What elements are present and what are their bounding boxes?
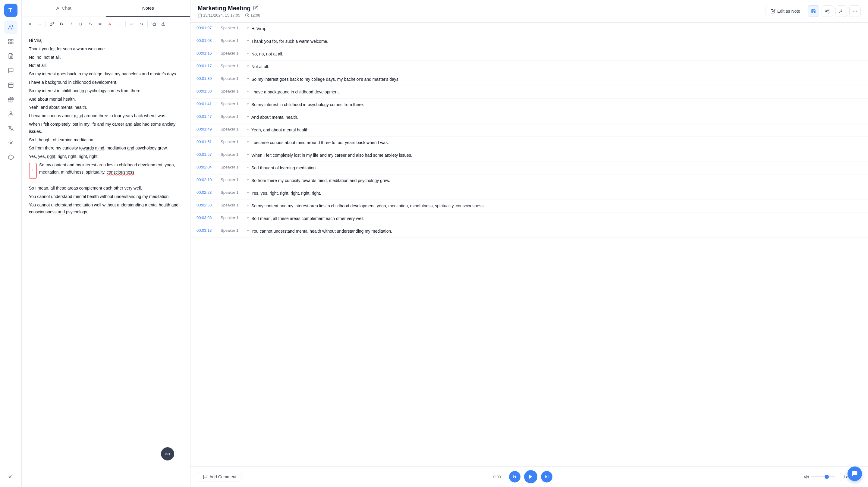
transcript-time[interactable]: 00:01:49 bbox=[196, 127, 218, 131]
transcript-row: 00:01:41 Speaker 1 ▾ So my interest in c… bbox=[190, 98, 868, 111]
skip-forward-button[interactable] bbox=[541, 471, 553, 483]
transcript-speaker: Speaker 1 bbox=[221, 76, 245, 81]
sidebar: T bbox=[0, 0, 22, 487]
toolbar-copy[interactable] bbox=[149, 19, 158, 28]
volume-slider[interactable] bbox=[811, 476, 835, 477]
toolbar-italic[interactable]: I bbox=[67, 19, 76, 28]
svg-rect-3 bbox=[11, 39, 13, 41]
tab-ai-chat[interactable]: AI Chat bbox=[22, 0, 106, 17]
transcript-time[interactable]: 00:01:38 bbox=[196, 89, 218, 93]
toolbar-align-dropdown[interactable]: ⌄ bbox=[35, 19, 44, 28]
transcript-chevron[interactable]: ▾ bbox=[247, 140, 249, 144]
toolbar-align[interactable]: ≡ bbox=[25, 19, 34, 28]
svg-rect-2 bbox=[8, 39, 10, 41]
tab-notes[interactable]: Notes bbox=[106, 0, 190, 17]
transcript-time[interactable]: 00:02:23 bbox=[196, 190, 218, 195]
tab-bar: AI Chat Notes bbox=[22, 0, 190, 17]
toolbar-link[interactable] bbox=[47, 19, 56, 28]
sidebar-item-person[interactable] bbox=[4, 107, 18, 121]
edit-as-note-button[interactable]: Edit as Note bbox=[766, 6, 805, 16]
sidebar-item-diamond[interactable] bbox=[4, 151, 18, 164]
save-button[interactable] bbox=[808, 5, 819, 17]
header-actions: Edit as Note bbox=[766, 5, 861, 17]
transcript-chevron[interactable]: ▾ bbox=[247, 39, 249, 43]
toolbar-font-color[interactable]: A bbox=[105, 19, 114, 28]
download-button[interactable] bbox=[835, 5, 847, 17]
sidebar-collapse-btn[interactable] bbox=[4, 470, 18, 483]
transcript-chevron[interactable]: ▾ bbox=[247, 77, 249, 81]
transcript-time[interactable]: 00:01:30 bbox=[196, 76, 218, 81]
app-logo[interactable]: T bbox=[4, 4, 18, 17]
more-options-button[interactable] bbox=[849, 5, 861, 17]
sidebar-item-document[interactable] bbox=[4, 50, 18, 63]
sidebar-item-tool[interactable] bbox=[4, 136, 18, 150]
svg-marker-16 bbox=[8, 155, 13, 160]
editor-line-12: So I thought of learning meditation. bbox=[29, 136, 183, 144]
sidebar-item-grid[interactable] bbox=[4, 35, 18, 48]
toolbar-code[interactable]: <> bbox=[96, 19, 104, 28]
transcript-chevron[interactable]: ▾ bbox=[247, 52, 249, 56]
skip-back-button[interactable] bbox=[509, 471, 521, 483]
transcript-list: 00:01:07 Speaker 1 ▾ Hi Viraj. 00:01:08 … bbox=[190, 23, 868, 466]
transcript-time[interactable]: 00:01:16 bbox=[196, 51, 218, 56]
transcript-text: When I felt completely lost in my life a… bbox=[251, 152, 862, 158]
editor-area[interactable]: Hi Viraj. Thank you for, for such a warm… bbox=[22, 31, 190, 487]
transcript-speaker: Speaker 1 bbox=[221, 178, 245, 182]
transcript-chevron[interactable]: ▾ bbox=[247, 216, 249, 220]
transcript-chevron[interactable]: ▾ bbox=[247, 64, 249, 68]
transcript-chevron[interactable]: ▾ bbox=[247, 26, 249, 30]
transcript-time[interactable]: 00:01:08 bbox=[196, 38, 218, 43]
transcript-chevron[interactable]: ▾ bbox=[247, 102, 249, 106]
toolbar-underline[interactable]: U bbox=[76, 19, 85, 28]
transcript-time[interactable]: 00:03:08 bbox=[196, 215, 218, 220]
transcript-row: 00:02:04 Speaker 1 ▾ So I thought of lea… bbox=[190, 162, 868, 175]
transcript-chevron[interactable]: ▾ bbox=[247, 115, 249, 119]
transcript-chevron[interactable]: ▾ bbox=[247, 90, 249, 93]
transcript-text: Yeah, and about mental health. bbox=[251, 127, 862, 133]
toolbar-font-dropdown[interactable]: ⌄ bbox=[115, 19, 124, 28]
toolbar-download[interactable] bbox=[159, 19, 168, 28]
edit-as-note-label: Edit as Note bbox=[777, 9, 800, 13]
transcript-chevron[interactable]: ▾ bbox=[247, 229, 249, 233]
bottom-bar: Add Comment 0:00 0.5x 0.75x 1x 1.25x 1.5… bbox=[190, 466, 868, 487]
sidebar-item-gift[interactable] bbox=[4, 93, 18, 106]
transcript-chevron[interactable]: ▾ bbox=[247, 191, 249, 195]
transcript-time[interactable]: 00:01:41 bbox=[196, 101, 218, 106]
transcript-time[interactable]: 00:01:51 bbox=[196, 140, 218, 144]
transcript-chevron[interactable]: ▾ bbox=[247, 178, 249, 182]
transcript-time[interactable]: 00:02:04 bbox=[196, 165, 218, 170]
transcript-row: 00:01:49 Speaker 1 ▾ Yeah, and about men… bbox=[190, 124, 868, 136]
transcript-text: No, no, not at all. bbox=[251, 51, 862, 57]
transcript-time[interactable]: 00:02:10 bbox=[196, 178, 218, 182]
meta-duration: 12:08 bbox=[245, 13, 260, 18]
transcript-time[interactable]: 00:01:07 bbox=[196, 26, 218, 30]
transcript-chevron[interactable]: ▾ bbox=[247, 153, 249, 157]
svg-marker-34 bbox=[529, 475, 532, 479]
edit-title-icon[interactable] bbox=[253, 5, 258, 11]
sidebar-item-calendar[interactable] bbox=[4, 78, 18, 92]
add-comment-button[interactable]: Add Comment bbox=[198, 471, 241, 482]
toolbar-redo[interactable]: ↪ bbox=[137, 19, 146, 28]
meeting-title: Marketing Meeting bbox=[198, 5, 251, 12]
transcript-speaker: Speaker 1 bbox=[221, 127, 245, 131]
share-button[interactable] bbox=[822, 5, 833, 17]
meta-duration-text: 12:08 bbox=[250, 13, 260, 18]
transcript-time[interactable]: 00:01:57 bbox=[196, 152, 218, 157]
sidebar-item-translate[interactable] bbox=[4, 122, 18, 135]
transcript-time[interactable]: 00:01:17 bbox=[196, 64, 218, 68]
current-time: 0:00 bbox=[493, 475, 505, 479]
transcript-time[interactable]: 00:03:13 bbox=[196, 228, 218, 233]
toolbar-undo[interactable]: ↩ bbox=[127, 19, 136, 28]
play-pause-button[interactable] bbox=[524, 470, 537, 483]
transcript-time[interactable]: 00:02:58 bbox=[196, 203, 218, 207]
sidebar-item-chat[interactable] bbox=[4, 64, 18, 77]
toolbar-bold[interactable]: B bbox=[57, 19, 66, 28]
transcript-chevron[interactable]: ▾ bbox=[247, 165, 249, 170]
transcript-chevron[interactable]: ▾ bbox=[247, 127, 249, 131]
toolbar-strikethrough[interactable]: S bbox=[86, 19, 95, 28]
transcript-time[interactable]: 00:01:47 bbox=[196, 114, 218, 119]
sidebar-item-users[interactable] bbox=[4, 21, 18, 34]
notification-badge[interactable]: 99+ bbox=[161, 447, 174, 460]
transcript-chevron[interactable]: ▾ bbox=[247, 204, 249, 207]
chat-bubble-button[interactable] bbox=[847, 466, 862, 481]
